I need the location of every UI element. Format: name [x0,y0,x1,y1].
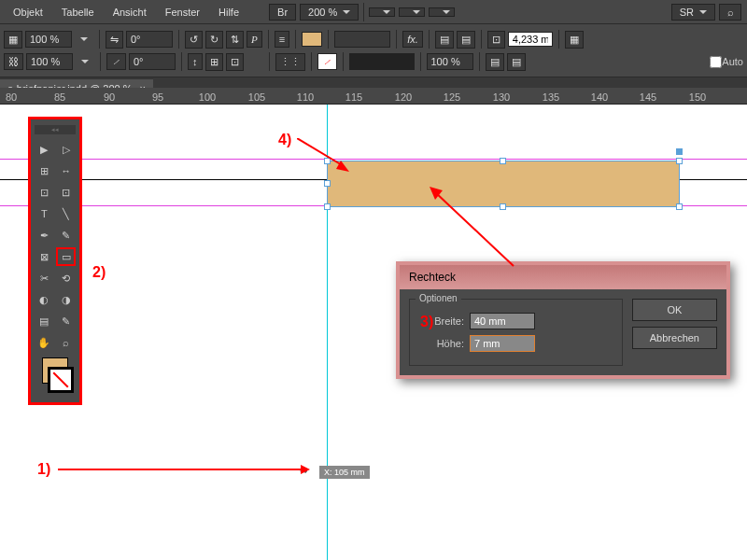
scale-x[interactable]: 100 % [25,31,72,48]
wrap-icon-4[interactable]: ▤ [507,53,526,71]
select-container-icon[interactable]: ⊞ [205,53,223,71]
bridge-button[interactable]: Br [269,4,296,21]
rectangle-dialog: Rechteck Optionen Breite: Höhe: OK Abbre… [396,261,730,379]
misc-icon[interactable]: ▦ [565,31,584,49]
menubar: Objekt Tabelle Ansicht Fenster Hilfe Br … [0,0,747,24]
shear-icon[interactable]: ⟋ [106,53,126,70]
scale-y[interactable]: 100 % [26,53,73,70]
shear[interactable]: 0° [129,53,176,70]
cancel-button[interactable]: Abbrechen [632,327,717,349]
arrange-icon[interactable]: ↕ [188,53,203,70]
view-mode-1[interactable] [369,7,395,17]
search-icon[interactable]: ⌕ [719,4,741,21]
fill-swatch[interactable] [302,32,322,47]
width-input[interactable] [470,313,535,329]
pen-tool[interactable]: ✒ [35,226,54,245]
link-icon[interactable]: ⛓ [4,53,23,70]
selection-tool[interactable]: ▶ [35,140,54,159]
none-swatch[interactable]: ⟋ [317,53,337,70]
view-mode-2[interactable] [399,7,425,17]
gradient-swatch-tool[interactable]: ◐ [35,290,54,309]
menu-tabelle[interactable]: Tabelle [52,3,104,21]
guide-horizontal[interactable] [0,159,747,160]
rotate-ccw-icon[interactable]: ↺ [185,31,203,49]
resize-handle[interactable] [676,148,683,155]
flip-v-icon[interactable]: ⇅ [226,31,244,49]
annotation-2: 2) [92,264,106,281]
wrap-icon-2[interactable]: ▤ [457,31,475,49]
coord-tooltip: X: 105 mm [319,466,370,479]
workspace-select[interactable]: SR [671,4,715,21]
content-placer-tool[interactable]: ⊡ [57,183,77,202]
toolbox: ◂◂ ▶▷ ⊞↔ ⊡⊡ T╲ ✒✎ ⊠▭ ✂⟲ ◐◑ ▤✎ ✋⌕ [28,117,82,405]
annotation-3: 3) [420,314,433,330]
select-content-icon[interactable]: ⊡ [226,53,244,71]
align-icon[interactable]: ≡ [275,31,289,48]
auto-checkbox[interactable]: Auto [710,56,743,68]
stroke-color[interactable] [48,367,74,393]
transform-tool[interactable]: ⟲ [57,269,77,287]
direct-selection-tool[interactable]: ▷ [57,140,77,159]
coord-input[interactable] [508,32,553,47]
stroke-style[interactable] [349,53,415,70]
zoom-select[interactable]: 200 % [300,4,359,21]
annotation-1: 1) [37,461,50,478]
resize-handle[interactable] [500,158,506,164]
char-panel-icon[interactable]: P [247,31,262,48]
menu-objekt[interactable]: Objekt [4,3,52,21]
svg-line-2 [297,138,344,166]
eyedropper-tool[interactable]: ✎ [57,312,77,330]
constrain-icon[interactable]: ⊡ [487,31,505,49]
type-tool[interactable]: T [35,204,54,223]
annotation-4: 4) [278,132,291,148]
control-bar: ▦ 100 % ⇋ 0° ↺ ↻ ⇅ P ≡ fx. ▤ ▤ ⊡ ▦ ⛓ 100… [0,24,747,77]
zoom-tool[interactable]: ⌕ [57,333,77,352]
pencil-tool[interactable]: ✎ [57,226,77,245]
distribute-icon[interactable]: ⋮⋮ [275,53,305,71]
wrap-icon-3[interactable]: ▤ [486,53,504,71]
menu-ansicht[interactable]: Ansicht [104,3,156,21]
rectangle-tool[interactable]: ▭ [56,247,76,266]
ref-point-icon[interactable]: ▦ [4,31,22,49]
rotate-cw-icon[interactable]: ↻ [205,31,223,49]
resize-handle[interactable] [324,203,331,210]
note-tool[interactable]: ▤ [35,312,54,330]
options-label: Optionen [416,293,461,303]
resize-handle[interactable] [324,180,331,187]
resize-handle[interactable] [676,203,683,210]
horizontal-ruler[interactable]: 80 85 90 95 100 105 110 115 120 125 130 … [0,88,747,105]
hand-tool[interactable]: ✋ [35,333,54,352]
opacity[interactable]: 100 % [427,53,473,70]
resize-handle[interactable] [676,158,683,164]
menu-fenster[interactable]: Fenster [156,3,209,21]
wrap-icon-1[interactable]: ▤ [435,31,454,49]
gradient-feather-tool[interactable]: ◑ [57,290,77,309]
scissors-tool[interactable]: ✂ [35,269,54,287]
gap-tool[interactable]: ↔ [57,161,77,180]
menu-hilfe[interactable]: Hilfe [209,3,248,21]
view-mode-3[interactable] [429,7,455,17]
height-label: Höhe: [417,338,464,349]
flip-h-icon[interactable]: ⇋ [106,31,123,49]
svg-marker-1 [301,465,310,474]
rotate[interactable]: 0° [126,31,173,48]
height-input[interactable] [470,335,535,352]
frame-tool[interactable]: ⊠ [35,247,53,266]
page-tool[interactable]: ⊞ [35,161,54,180]
toolbox-grip[interactable]: ◂◂ [35,125,76,134]
line-tool[interactable]: ╲ [57,204,77,223]
fx-icon[interactable]: fx. [402,31,423,48]
stroke-weight[interactable] [334,31,390,48]
svg-line-4 [434,191,514,266]
ok-button[interactable]: OK [632,299,717,321]
content-collector-tool[interactable]: ⊡ [35,183,54,202]
